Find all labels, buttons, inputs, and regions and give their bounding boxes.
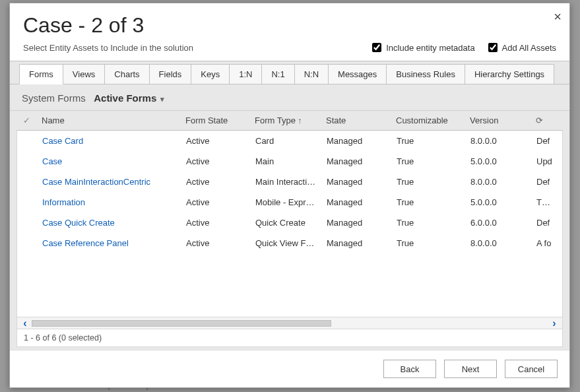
scroll-track[interactable] bbox=[32, 320, 548, 327]
cell-customizable: True bbox=[391, 197, 465, 207]
cell-version: 8.0.0.0 bbox=[465, 238, 531, 248]
grid-header: ✓ Name Form State Form Type↑ State Custo… bbox=[16, 111, 563, 131]
add-all-assets-label: Add All Assets bbox=[502, 43, 556, 53]
column-state[interactable]: State bbox=[321, 115, 391, 125]
cell-form-state: Active bbox=[181, 218, 250, 228]
back-button[interactable]: Back bbox=[383, 360, 436, 378]
view-selector[interactable]: Active Forms ▾ bbox=[94, 92, 164, 104]
tab-fields[interactable]: Fields bbox=[149, 64, 192, 84]
scroll-left-icon[interactable]: ‹ bbox=[20, 319, 30, 328]
table-row[interactable]: CaseActiveMainManagedTrue5.0.0.0Upd bbox=[17, 151, 562, 172]
cell-form-state: Active bbox=[181, 238, 250, 248]
cell-description: A fo bbox=[531, 238, 558, 248]
cell-form-type: Mobile - Express bbox=[250, 197, 321, 207]
tab-business-rules[interactable]: Business Rules bbox=[386, 64, 465, 84]
cell-version: 5.0.0.0 bbox=[465, 156, 531, 166]
tab-forms[interactable]: Forms bbox=[19, 64, 63, 84]
cell-form-state: Active bbox=[181, 136, 250, 146]
include-metadata-checkbox[interactable]: Include entity metadata bbox=[370, 41, 474, 54]
chevron-down-icon: ▾ bbox=[160, 95, 164, 103]
tab-views[interactable]: Views bbox=[63, 64, 105, 84]
form-name-link[interactable]: Case bbox=[42, 156, 62, 166]
tab-n1[interactable]: N:1 bbox=[261, 64, 294, 84]
cell-state: Managed bbox=[321, 156, 391, 166]
cell-version: 6.0.0.0 bbox=[465, 218, 531, 228]
tabs-bar: Forms Views Charts Fields Keys 1:N N:1 N… bbox=[10, 61, 569, 84]
view-active-label: Active Forms bbox=[94, 92, 156, 104]
cell-description: This bbox=[531, 197, 558, 207]
include-metadata-label: Include entity metadata bbox=[386, 43, 474, 53]
cell-customizable: True bbox=[391, 238, 465, 248]
cell-form-type: Quick View Form bbox=[250, 238, 321, 248]
cell-state: Managed bbox=[321, 136, 391, 146]
table-row[interactable]: InformationActiveMobile - ExpressManaged… bbox=[17, 192, 562, 212]
cell-description: Def bbox=[531, 218, 558, 228]
dialog-subtitle: Select Entity Assets to Include in the s… bbox=[23, 43, 193, 53]
cell-form-type: Quick Create bbox=[250, 218, 321, 228]
refresh-icon[interactable]: ⟳ bbox=[531, 115, 542, 125]
cell-customizable: True bbox=[391, 218, 465, 228]
table-row[interactable]: Case CardActiveCardManagedTrue8.0.0.0Def bbox=[17, 131, 562, 151]
cell-state: Managed bbox=[321, 238, 391, 248]
column-select-all[interactable]: ✓ bbox=[16, 115, 36, 125]
column-form-type[interactable]: Form Type↑ bbox=[249, 115, 321, 125]
cell-form-state: Active bbox=[181, 197, 250, 207]
cell-form-state: Active bbox=[181, 177, 250, 187]
cell-description: Def bbox=[531, 177, 558, 187]
grid-status: 1 - 6 of 6 (0 selected) bbox=[16, 329, 563, 347]
view-category-label: System Forms bbox=[22, 92, 86, 104]
cell-customizable: True bbox=[391, 177, 465, 187]
form-name-link[interactable]: Case Card bbox=[42, 136, 83, 146]
form-name-link[interactable]: Information bbox=[42, 197, 85, 207]
tab-nn[interactable]: N:N bbox=[294, 64, 329, 84]
cell-description: Def bbox=[531, 136, 558, 146]
close-icon[interactable]: × bbox=[554, 10, 562, 23]
dialog: × Case - 2 of 3 Select Entity Assets to … bbox=[9, 3, 570, 388]
cell-state: Managed bbox=[321, 197, 391, 207]
dialog-title: Case - 2 of 3 bbox=[23, 14, 556, 37]
cancel-button[interactable]: Cancel bbox=[505, 360, 558, 378]
tab-1n[interactable]: 1:N bbox=[229, 64, 262, 84]
add-all-assets-input[interactable] bbox=[488, 43, 498, 52]
include-metadata-input[interactable] bbox=[372, 43, 381, 52]
form-name-link[interactable]: Case Quick Create bbox=[42, 218, 115, 228]
tab-charts[interactable]: Charts bbox=[104, 64, 149, 84]
cell-form-state: Active bbox=[181, 156, 250, 166]
cell-form-type: Main Interaction... bbox=[250, 177, 321, 187]
sort-asc-icon: ↑ bbox=[298, 115, 302, 125]
cell-customizable: True bbox=[391, 156, 465, 166]
table-row[interactable]: Case Quick CreateActiveQuick CreateManag… bbox=[17, 212, 562, 233]
cell-form-type: Main bbox=[250, 156, 321, 166]
next-button[interactable]: Next bbox=[444, 360, 497, 378]
tab-messages[interactable]: Messages bbox=[328, 64, 387, 84]
tab-hierarchy-settings[interactable]: Hierarchy Settings bbox=[465, 64, 554, 84]
cell-state: Managed bbox=[321, 218, 391, 228]
cell-description: Upd bbox=[531, 156, 558, 166]
cell-version: 8.0.0.0 bbox=[465, 136, 531, 146]
column-version[interactable]: Version bbox=[465, 115, 531, 125]
cell-customizable: True bbox=[391, 136, 465, 146]
table-row[interactable]: Case MainInteractionCentricActiveMain In… bbox=[17, 172, 562, 192]
table-row[interactable]: Case Reference PanelActiveQuick View For… bbox=[17, 233, 562, 253]
add-all-assets-checkbox[interactable]: Add All Assets bbox=[486, 41, 556, 54]
form-name-link[interactable]: Case Reference Panel bbox=[42, 238, 129, 248]
view-selector-row: System Forms Active Forms ▾ bbox=[10, 84, 569, 111]
column-name[interactable]: Name bbox=[36, 115, 180, 125]
cell-form-type: Card bbox=[250, 136, 321, 146]
grid-body: Case CardActiveCardManagedTrue8.0.0.0Def… bbox=[16, 131, 563, 317]
scroll-right-icon[interactable]: › bbox=[549, 319, 560, 328]
scroll-thumb[interactable] bbox=[32, 320, 331, 327]
cell-version: 5.0.0.0 bbox=[465, 197, 531, 207]
form-name-link[interactable]: Case MainInteractionCentric bbox=[42, 177, 150, 187]
column-customizable[interactable]: Customizable bbox=[391, 115, 465, 125]
cell-state: Managed bbox=[321, 177, 391, 187]
column-form-state[interactable]: Form State bbox=[180, 115, 249, 125]
tab-keys[interactable]: Keys bbox=[191, 64, 230, 84]
horizontal-scrollbar[interactable]: ‹ › bbox=[16, 317, 563, 329]
cell-version: 8.0.0.0 bbox=[465, 177, 531, 187]
